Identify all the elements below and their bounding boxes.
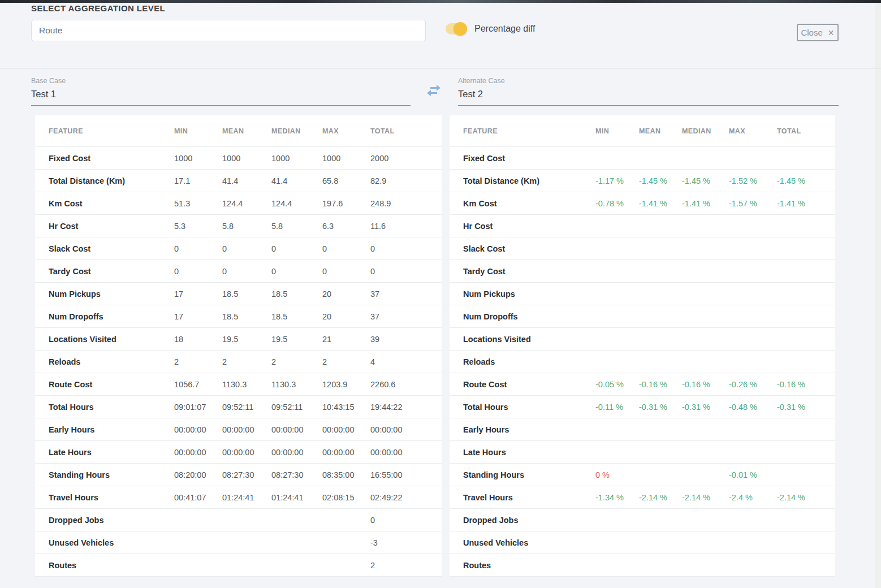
value-cell: -0.16 % <box>777 380 835 389</box>
percentage-diff-toggle[interactable] <box>446 23 466 34</box>
value-cell: -2.4 % <box>729 493 777 502</box>
table-row: Tardy Cost00000 <box>35 260 442 283</box>
value-cell: -1.45 % <box>682 176 729 185</box>
value-cell: 41.4 <box>222 176 271 185</box>
value-cell: 18.5 <box>222 289 271 299</box>
value-cell: 00:00:00 <box>370 448 442 457</box>
base-case-field-block: Base Case Test 1 <box>31 77 411 106</box>
table-row: Route Cost-0.05 %-0.16 %-0.16 %-0.26 %-0… <box>450 373 835 396</box>
table-row: Late Hours <box>450 441 835 464</box>
table-row: Dropped Jobs0 <box>35 509 442 531</box>
value-cell: 2 <box>370 561 442 570</box>
table-row: Slack Cost00000 <box>35 237 442 260</box>
table-row: Tardy Cost <box>450 260 835 283</box>
table-row: Late Hours00:00:0000:00:0000:00:0000:00:… <box>35 441 442 464</box>
value-cell: 0 <box>222 267 271 276</box>
feature-label: Fixed Cost <box>35 154 174 163</box>
table-row: Reloads22224 <box>35 351 442 373</box>
value-cell: 00:00:00 <box>222 425 271 434</box>
close-button-label: Close <box>801 28 822 37</box>
value-cell: 0 <box>322 244 370 253</box>
value-cell: -2.14 % <box>639 493 682 502</box>
swap-cases-button[interactable] <box>424 83 443 98</box>
percentage-diff-label: Percentage diff <box>474 24 535 34</box>
panel-edge-strip <box>875 3 881 588</box>
base-case-input[interactable]: Test 1 <box>31 89 411 106</box>
feature-label: Early Hours <box>35 425 174 434</box>
value-cell: 1203.9 <box>322 380 370 389</box>
value-cell: 2000 <box>370 154 442 163</box>
value-cell: 1000 <box>322 154 370 163</box>
value-cell: 00:00:00 <box>322 425 370 434</box>
value-cell: 1000 <box>174 154 222 163</box>
base-case-table: FEATUREMINMEANMEDIANMAXTOTALFixed Cost10… <box>35 115 442 577</box>
value-cell: 11.6 <box>370 222 442 231</box>
value-cell: 08:35:00 <box>322 470 370 479</box>
value-cell: 1130.3 <box>271 380 322 389</box>
close-icon: ✕ <box>828 28 835 37</box>
value-cell: -3 <box>370 538 442 547</box>
percentage-diff-toggle-row: Percentage diff <box>446 23 535 34</box>
value-cell: 124.4 <box>222 199 271 208</box>
value-cell: 51.3 <box>174 199 222 208</box>
value-cell: 0 <box>271 267 322 276</box>
close-button[interactable]: Close ✕ <box>797 24 839 41</box>
value-cell: 197.6 <box>322 199 370 208</box>
aggregation-level-select[interactable]: Route <box>31 20 426 41</box>
feature-label: Routes <box>35 561 174 570</box>
feature-label: Travel Hours <box>35 493 174 502</box>
feature-label: Slack Cost <box>35 244 174 253</box>
feature-label: Fixed Cost <box>450 154 595 163</box>
base-case-label: Base Case <box>31 77 411 85</box>
feature-label: Late Hours <box>35 448 174 457</box>
value-cell: -0.78 % <box>595 199 639 208</box>
value-cell: 18.5 <box>271 312 322 321</box>
value-cell: 2 <box>271 357 322 366</box>
value-cell: 41.4 <box>271 176 322 185</box>
table-row: Num Pickups <box>450 283 835 305</box>
feature-label: Total Hours <box>35 403 174 412</box>
feature-label: Slack Cost <box>450 244 595 253</box>
value-cell: 00:00:00 <box>174 425 222 434</box>
table-row: Num Dropoffs <box>450 305 835 328</box>
feature-label: Travel Hours <box>450 493 595 502</box>
value-cell: 17 <box>174 289 222 299</box>
value-cell: 02:08:15 <box>322 493 370 502</box>
value-cell: 08:20:00 <box>174 470 222 479</box>
value-cell: -1.17 % <box>595 176 639 185</box>
value-cell: 21 <box>322 335 370 344</box>
value-cell: -2.14 % <box>777 493 835 502</box>
value-cell: 00:00:00 <box>222 448 271 457</box>
feature-label: Dropped Jobs <box>35 516 174 525</box>
column-header: FEATURE <box>450 127 595 135</box>
feature-label: Standing Hours <box>450 470 595 479</box>
value-cell: 0 <box>222 244 271 253</box>
value-cell: -0.31 % <box>639 403 682 412</box>
table-row: Total Distance (Km)17.141.441.465.882.9 <box>35 170 442 192</box>
feature-label: Route Cost <box>35 380 174 389</box>
alternate-case-input[interactable]: Test 2 <box>458 89 839 106</box>
value-cell: 09:52:11 <box>271 403 322 412</box>
column-header: MIN <box>174 127 222 135</box>
value-cell: 2260.6 <box>370 380 442 389</box>
value-cell: 39 <box>370 335 442 344</box>
table-row: Early Hours <box>450 418 835 441</box>
value-cell: 00:00:00 <box>271 448 322 457</box>
value-cell: -1.57 % <box>729 199 777 208</box>
value-cell: 01:24:41 <box>271 493 322 502</box>
feature-label: Num Dropoffs <box>450 312 595 321</box>
feature-label: Early Hours <box>450 425 595 434</box>
value-cell: -1.52 % <box>729 176 777 185</box>
column-header: MIN <box>595 127 639 135</box>
feature-label: Routes <box>450 561 595 570</box>
value-cell: 00:00:00 <box>271 425 322 434</box>
table-row: Km Cost51.3124.4124.4197.6248.9 <box>35 192 442 215</box>
value-cell: 09:01:07 <box>174 403 222 412</box>
value-cell: 17 <box>174 312 222 321</box>
table-header-row: FEATUREMINMEANMEDIANMAXTOTAL <box>450 115 835 147</box>
value-cell: -0.01 % <box>729 470 777 479</box>
value-cell: 17.1 <box>174 176 222 185</box>
feature-label: Total Distance (Km) <box>35 176 174 185</box>
column-header: MEDIAN <box>271 127 322 135</box>
value-cell: -1.45 % <box>777 176 835 185</box>
